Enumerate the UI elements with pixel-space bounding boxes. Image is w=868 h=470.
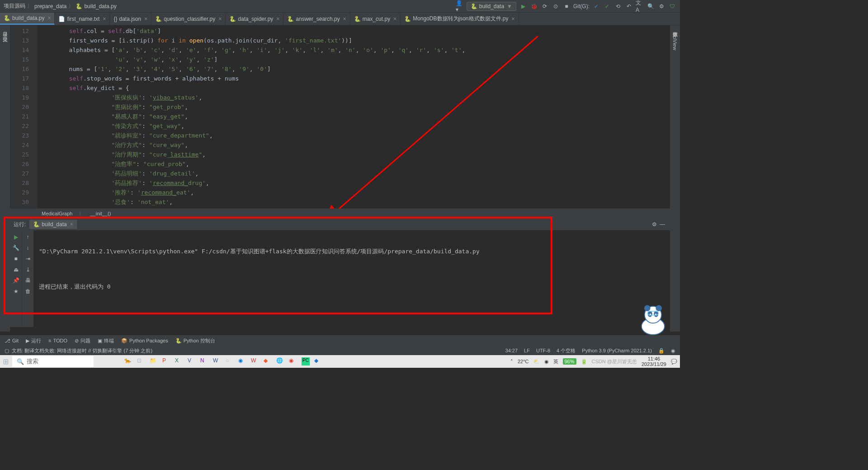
editor[interactable]: 12131415161718192021222324252627282930 s…	[10, 25, 670, 209]
editor-tab[interactable]: 🐍question_classifier.py×	[151, 13, 226, 25]
app-icon[interactable]: ○	[226, 357, 234, 366]
git-update-icon[interactable]: ✓	[592, 2, 600, 10]
edge-icon[interactable]: ◉	[238, 357, 246, 366]
minimize-icon[interactable]: —	[658, 220, 666, 228]
close-icon[interactable]: ×	[103, 16, 106, 22]
breadcrumb-file[interactable]: build_data.py	[84, 3, 116, 9]
tray-icon[interactable]: ⛅	[533, 359, 540, 365]
code-line[interactable]: "就诊科室": "cure_department",	[41, 131, 670, 140]
editor-tab[interactable]: {}data.json×	[110, 13, 151, 25]
git-tool[interactable]: ⎇Git	[5, 338, 19, 344]
editor-tab[interactable]: 🐍max_cut.py×	[350, 13, 401, 25]
editor-tab[interactable]: 🐍MongoDB数据转为json格式数据文件.py×	[401, 13, 519, 25]
pin-icon[interactable]: 📌	[12, 276, 20, 285]
breadcrumb-folder[interactable]: prepare_data	[34, 3, 66, 9]
git-revert-icon[interactable]: ↶	[625, 2, 633, 10]
close-icon[interactable]: ×	[70, 221, 73, 228]
todo-tool[interactable]: ≡TODO	[48, 338, 67, 343]
up-icon[interactable]: ↑	[24, 233, 32, 241]
pycharm-icon[interactable]: PC	[302, 357, 310, 366]
wrench-icon[interactable]: 🔧	[12, 244, 20, 252]
app-icon[interactable]: ◆	[264, 357, 272, 366]
code-line[interactable]: self.col = self.db['data']	[41, 26, 670, 36]
search-icon[interactable]: 🔍	[646, 2, 655, 10]
close-icon[interactable]: ×	[144, 16, 147, 22]
editor-tab[interactable]: 🐍build_data.py×	[0, 13, 55, 25]
code-line[interactable]: nums = ['1', '2', '3', '4', '5', '6', '7…	[41, 64, 670, 74]
print-icon[interactable]: 🖶	[24, 276, 32, 285]
breadcrumb-root[interactable]: 项目源码	[4, 2, 25, 10]
py-console-tool[interactable]: 🐍Python 控制台	[175, 337, 215, 344]
code-line[interactable]: '忌食': 'not_eat',	[41, 197, 670, 207]
code-line[interactable]: self.key_dict = {	[41, 83, 670, 93]
interpreter[interactable]: Python 3.9 (PyCharm 2021.2.1)	[582, 348, 652, 353]
clock[interactable]: 11:46 2023/11/29	[642, 356, 666, 367]
code-line[interactable]: "患病比例": "get_prob",	[41, 102, 670, 112]
line-sep[interactable]: LF	[524, 348, 530, 353]
code-line[interactable]: 'u', 'v', 'w', 'x', 'y', 'z']	[41, 55, 670, 64]
encoding[interactable]: UTF-8	[536, 348, 550, 353]
tray-icon[interactable]: 英	[553, 358, 558, 365]
taskbar-search[interactable]: 🔍 搜索	[12, 356, 94, 367]
code-line[interactable]: alphabets = ['a', 'b', 'c', 'd', 'e', 'f…	[41, 45, 670, 55]
code-line[interactable]: "治疗周期": "cure_lasttime",	[41, 150, 670, 159]
tray-icon[interactable]: ◉	[544, 359, 549, 365]
code-line[interactable]: '医保疾病': 'yibao_status',	[41, 93, 670, 102]
indent[interactable]: 4 个空格	[557, 347, 576, 354]
word-icon[interactable]: W	[213, 357, 221, 366]
breadcrumb-class[interactable]: MedicalGraph	[42, 211, 72, 216]
settings-icon[interactable]: ⚙	[657, 2, 665, 10]
code-line[interactable]: "传染方式": "get_way",	[41, 121, 670, 131]
caret-position[interactable]: 34:27	[505, 348, 518, 353]
lock-icon[interactable]: 🔒	[658, 348, 665, 354]
chevron-up-icon[interactable]: ˄	[510, 359, 513, 365]
stop-icon[interactable]: ■	[12, 255, 20, 263]
run-icon[interactable]: ▶	[519, 2, 527, 10]
weather-temp[interactable]: 22°C	[518, 359, 529, 364]
app-icon[interactable]: 🐆	[124, 357, 132, 366]
profile-icon[interactable]: ⊙	[552, 2, 560, 10]
stop-icon[interactable]: ■	[562, 2, 571, 10]
taskview-icon[interactable]: ⊡	[137, 357, 145, 366]
debug-icon[interactable]: 🐞	[530, 2, 538, 10]
notifications-icon[interactable]: 💬	[671, 359, 677, 365]
trash-icon[interactable]: 🗑	[24, 287, 32, 295]
code-line[interactable]: self.stop_words = first_words + alphabet…	[41, 74, 670, 83]
chrome-icon[interactable]: 🌐	[276, 357, 284, 366]
close-icon[interactable]: ×	[512, 16, 515, 22]
terminal-tool[interactable]: ▣终端	[98, 337, 114, 344]
down-icon[interactable]: ↓	[24, 244, 32, 252]
code-line[interactable]: first_words = [i.strip() for i in open(o…	[41, 36, 670, 45]
code-line[interactable]: '药品推荐': 'recommand_drug',	[41, 178, 670, 188]
problems-tool[interactable]: ⊘问题	[75, 337, 90, 344]
editor-tab[interactable]: 🐍data_spider.py×	[226, 13, 283, 25]
translate-icon[interactable]: 文A	[636, 2, 644, 10]
git-commit-icon[interactable]: ✓	[603, 2, 611, 10]
rerun-icon[interactable]: ▶	[12, 233, 20, 241]
code-line[interactable]: "治愈率": "cured_prob",	[41, 159, 670, 169]
wrap-icon[interactable]: ⇥	[24, 255, 32, 263]
start-button[interactable]: ⊞	[3, 357, 9, 366]
app-icon[interactable]: ◉	[289, 357, 297, 366]
code-line[interactable]: "治疗方式": "cure_way",	[41, 140, 670, 150]
coverage-icon[interactable]: ⟳	[541, 2, 549, 10]
person-icon[interactable]: ◉	[671, 348, 675, 354]
code-line[interactable]: '推荐': 'recommand_eat',	[41, 188, 670, 197]
user-icon[interactable]: 👤▾	[456, 2, 464, 10]
explorer-icon[interactable]: 📁	[150, 357, 158, 366]
editor-tab[interactable]: 📄first_name.txt×	[55, 13, 110, 25]
close-icon[interactable]: ×	[218, 16, 222, 22]
app-icon[interactable]: ◆	[314, 357, 322, 366]
run-tab[interactable]: 🐍 build_data ×	[29, 220, 76, 229]
packages-tool[interactable]: 📦Python Packages	[121, 338, 168, 344]
code-content[interactable]: self.col = self.db['data'] first_words =…	[37, 25, 670, 209]
close-icon[interactable]: ×	[343, 16, 346, 22]
git-history-icon[interactable]: ⟲	[614, 2, 622, 10]
cpu-usage[interactable]: 96%	[563, 358, 576, 365]
close-icon[interactable]: ×	[47, 15, 51, 21]
onenote-icon[interactable]: N	[200, 357, 208, 366]
scroll-icon[interactable]: ⤓	[24, 266, 32, 274]
editor-tab[interactable]: 🐍answer_search.py×	[283, 13, 350, 25]
code-line[interactable]: '药品明细': 'drug_detail',	[41, 169, 670, 178]
status-message[interactable]: 文档: 翻译文档失败: 网络连接超时 // 切换翻译引擎 (7 分钟 之前)	[12, 347, 152, 354]
